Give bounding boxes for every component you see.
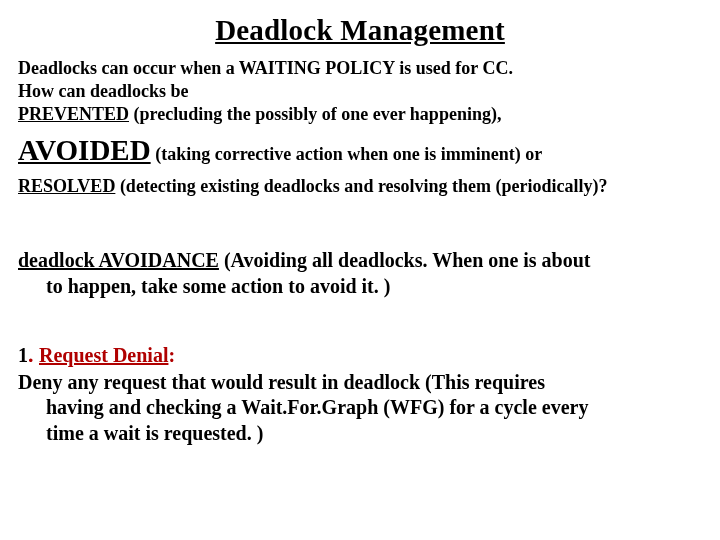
rd-title-line: 1. Request Denial: — [18, 341, 702, 369]
resolved-keyword: RESOLVED — [18, 176, 115, 196]
avoidance-heading: deadlock AVOIDANCE — [18, 249, 219, 271]
resolved-rest: (detecting existing deadlocks and resolv… — [115, 176, 607, 196]
avoided-rest: (taking corrective action when one is im… — [151, 144, 543, 164]
intro-resolved-line: RESOLVED (detecting existing deadlocks a… — [18, 175, 702, 198]
rd-number: 1 — [18, 344, 28, 366]
intro-avoided-line: AVOIDED (taking corrective action when o… — [18, 132, 702, 169]
avoidance-line-1: deadlock AVOIDANCE (Avoiding all deadloc… — [18, 249, 591, 271]
rd-line-1: Deny any request that would result in de… — [18, 370, 702, 396]
rd-dot: . — [28, 342, 39, 367]
intro-line-1: Deadlocks can occur when a WAITING POLIC… — [18, 57, 702, 80]
spacer — [18, 198, 702, 248]
avoidance-block: deadlock AVOIDANCE (Avoiding all deadloc… — [18, 248, 702, 299]
intro-line-2: How can deadlocks be — [18, 80, 702, 103]
rd-line-3: time a wait is requested. ) — [18, 421, 702, 447]
avoidance-rest-1: (Avoiding all deadlocks. When one is abo… — [219, 249, 591, 271]
prevented-rest: (precluding the possibly of one ever hap… — [129, 104, 501, 124]
intro-block: Deadlocks can occur when a WAITING POLIC… — [18, 57, 702, 198]
prevented-keyword: PREVENTED — [18, 104, 129, 124]
avoided-keyword: AVOIDED — [18, 134, 151, 166]
page-title: Deadlock Management — [18, 14, 702, 47]
spacer-2 — [18, 299, 702, 341]
rd-title: Request Denial — [39, 344, 168, 366]
avoidance-line-2: to happen, take some action to avoid it.… — [18, 274, 702, 300]
intro-prevented-line: PREVENTED (precluding the possibly of on… — [18, 103, 702, 126]
rd-line-2: having and checking a Wait.For.Graph (WF… — [18, 395, 702, 421]
request-denial-block: 1. Request Denial: Deny any request that… — [18, 341, 702, 446]
rd-colon: : — [168, 344, 175, 366]
